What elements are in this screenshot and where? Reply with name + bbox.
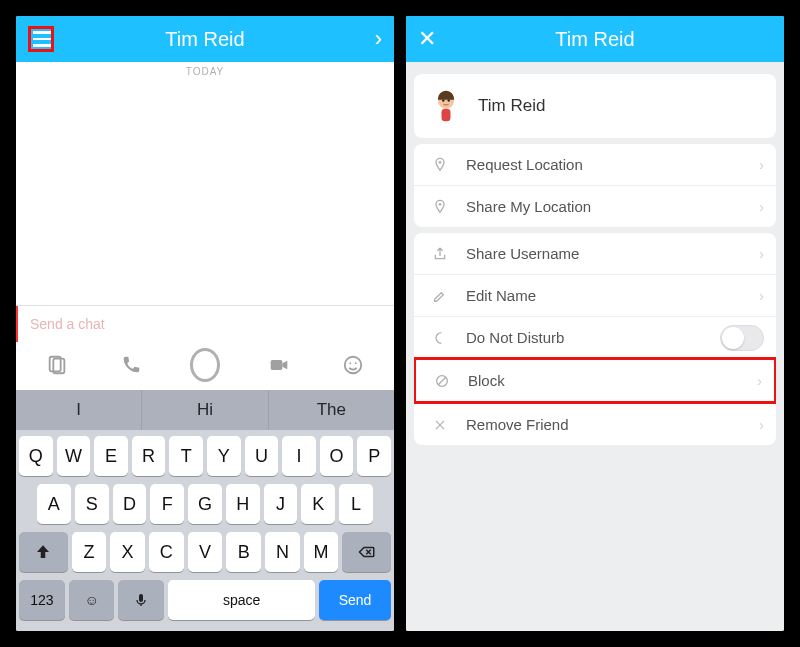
profile-row[interactable]: Tim Reid	[414, 74, 776, 138]
key-space[interactable]: space	[168, 580, 315, 620]
key-g[interactable]: G	[188, 484, 222, 524]
profile-card: Tim Reid	[414, 74, 776, 138]
key-k[interactable]: K	[301, 484, 335, 524]
key-backspace[interactable]	[342, 532, 391, 572]
svg-point-10	[448, 99, 450, 101]
profile-name: Tim Reid	[478, 96, 545, 116]
key-u[interactable]: U	[245, 436, 279, 476]
keyboard: Q W E R T Y U I O P A S D F G H J K L	[16, 430, 394, 631]
remove-friend-row[interactable]: Remove Friend ›	[414, 403, 776, 445]
key-d[interactable]: D	[113, 484, 147, 524]
key-w[interactable]: W	[57, 436, 91, 476]
key-c[interactable]: C	[149, 532, 184, 572]
share-location-row[interactable]: Share My Location ›	[414, 185, 776, 227]
edit-name-row[interactable]: Edit Name ›	[414, 274, 776, 316]
svg-point-12	[439, 203, 442, 206]
key-a[interactable]: A	[37, 484, 71, 524]
key-send[interactable]: Send	[319, 580, 391, 620]
chevron-right-icon: ›	[759, 417, 764, 433]
key-r[interactable]: R	[132, 436, 166, 476]
key-b[interactable]: B	[226, 532, 261, 572]
key-f[interactable]: F	[150, 484, 184, 524]
key-e[interactable]: E	[94, 436, 128, 476]
svg-rect-6	[139, 594, 143, 602]
chat-screen: Tim Reid › TODAY Send a chat	[16, 16, 394, 631]
sticker-icon[interactable]	[42, 350, 72, 380]
chevron-right-icon: ›	[759, 199, 764, 215]
bitmoji-avatar-icon	[428, 88, 464, 124]
svg-point-11	[439, 161, 442, 164]
row-label: Share Username	[466, 245, 579, 262]
key-p[interactable]: P	[357, 436, 391, 476]
key-l[interactable]: L	[339, 484, 373, 524]
settings-card: Share Username › Edit Name › Do Not Dist…	[414, 233, 776, 445]
svg-point-4	[349, 362, 351, 364]
chevron-right-icon: ›	[759, 157, 764, 173]
chat-body: TODAY Send a chat	[16, 62, 394, 390]
key-h[interactable]: H	[226, 484, 260, 524]
pencil-icon	[428, 288, 452, 304]
row-label: Edit Name	[466, 287, 536, 304]
key-j[interactable]: J	[264, 484, 298, 524]
share-username-row[interactable]: Share Username ›	[414, 233, 776, 274]
key-s[interactable]: S	[75, 484, 109, 524]
key-o[interactable]: O	[320, 436, 354, 476]
key-x[interactable]: X	[110, 532, 145, 572]
svg-point-5	[355, 362, 357, 364]
key-mic[interactable]	[118, 580, 164, 620]
profile-header-title: Tim Reid	[555, 28, 634, 51]
suggestion-item[interactable]: I	[16, 390, 142, 430]
do-not-disturb-row[interactable]: Do Not Disturb	[414, 316, 776, 358]
suggestion-item[interactable]: The	[269, 390, 394, 430]
key-t[interactable]: T	[169, 436, 203, 476]
close-icon[interactable]: ✕	[418, 26, 436, 52]
keyboard-suggestion-bar: I Hi The	[16, 390, 394, 430]
key-z[interactable]: Z	[72, 532, 107, 572]
svg-rect-8	[442, 109, 451, 122]
profile-screen: ✕ Tim Reid Tim Reid	[406, 16, 784, 631]
chat-header-title: Tim Reid	[165, 28, 244, 51]
location-pin-icon	[428, 199, 452, 215]
share-icon	[428, 246, 452, 262]
location-card: Request Location › Share My Location ›	[414, 144, 776, 227]
suggestion-item[interactable]: Hi	[142, 390, 268, 430]
dnd-toggle[interactable]	[720, 325, 764, 351]
chat-action-bar	[16, 342, 394, 390]
svg-rect-2	[271, 360, 283, 370]
key-n[interactable]: N	[265, 532, 300, 572]
chat-input[interactable]: Send a chat	[16, 306, 394, 342]
row-label: Request Location	[466, 156, 583, 173]
svg-line-14	[438, 377, 446, 385]
row-label: Share My Location	[466, 198, 591, 215]
chevron-right-icon[interactable]: ›	[375, 26, 382, 52]
block-row[interactable]: Block ›	[414, 357, 776, 404]
row-label: Remove Friend	[466, 416, 569, 433]
key-y[interactable]: Y	[207, 436, 241, 476]
chevron-right-icon: ›	[759, 288, 764, 304]
x-icon	[428, 418, 452, 432]
profile-body: Tim Reid Request Location › Share My Loc…	[406, 62, 784, 631]
video-icon[interactable]	[264, 350, 294, 380]
chat-input-area: Send a chat	[16, 305, 394, 390]
svg-point-9	[442, 99, 444, 101]
row-label: Do Not Disturb	[466, 329, 564, 346]
chat-date-label: TODAY	[16, 62, 394, 77]
phone-icon[interactable]	[116, 350, 146, 380]
key-shift[interactable]	[19, 532, 68, 572]
key-m[interactable]: M	[304, 532, 339, 572]
shutter-icon[interactable]	[190, 350, 220, 380]
smiley-icon[interactable]	[338, 350, 368, 380]
row-label: Block	[468, 372, 505, 389]
tutorial-frame: Tim Reid › TODAY Send a chat	[0, 0, 800, 647]
key-q[interactable]: Q	[19, 436, 53, 476]
key-i[interactable]: I	[282, 436, 316, 476]
location-pin-icon	[428, 157, 452, 173]
menu-icon[interactable]	[28, 26, 54, 52]
key-v[interactable]: V	[188, 532, 223, 572]
key-emoji[interactable]: ☺	[69, 580, 115, 620]
key-123[interactable]: 123	[19, 580, 65, 620]
chevron-right-icon: ›	[757, 373, 762, 389]
request-location-row[interactable]: Request Location ›	[414, 144, 776, 185]
svg-point-3	[345, 357, 362, 374]
profile-header: ✕ Tim Reid	[406, 16, 784, 62]
